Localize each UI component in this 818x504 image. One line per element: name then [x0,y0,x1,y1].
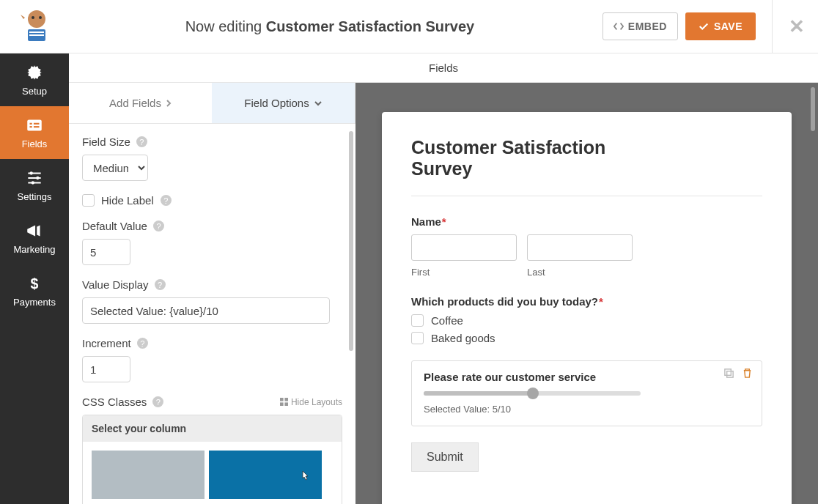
last-name-input[interactable] [527,234,633,261]
form-title: Customer Satisfaction Survey [411,137,616,179]
svg-point-11 [30,171,33,174]
column-option-2[interactable] [209,451,322,499]
increment-label: Increment? [82,337,342,349]
svg-rect-8 [30,126,32,127]
sidebar-item-setup[interactable]: Setup [0,53,69,106]
svg-rect-15 [280,398,284,401]
sidebar-item-payments[interactable]: $ Payments [0,264,69,317]
svg-rect-16 [284,398,288,401]
app-logo [16,6,57,47]
field-size-label: Field Size? [82,136,342,148]
css-classes-label: CSS Classes? [82,396,163,408]
sidebar: Setup Fields Settings Marketing $ Paymen… [0,53,69,504]
svg-rect-19 [725,368,731,374]
slider-thumb[interactable] [527,388,539,399]
sidebar-item-settings[interactable]: Settings [0,159,69,212]
duplicate-icon[interactable] [723,368,734,379]
help-icon[interactable]: ? [136,136,147,147]
svg-rect-10 [34,126,40,127]
code-icon [614,21,624,32]
slider-label: Please rate our customer service [424,371,750,383]
field-size-select[interactable]: Medium [82,155,148,181]
name-field-label: Name* [411,215,762,228]
svg-point-12 [36,177,39,179]
close-icon[interactable]: ✕ [789,15,805,38]
svg-rect-6 [27,119,42,130]
scrollbar[interactable] [349,131,353,351]
dollar-icon: $ [25,274,44,293]
first-sublabel: First [411,267,517,278]
slider-field[interactable]: Please rate our customer service Selecte… [411,360,762,426]
preview-panel: Customer Satisfaction Survey Name* First… [355,83,818,504]
help-icon[interactable]: ? [137,338,148,349]
column-selector-header: Select your column [83,415,342,442]
product-option-label: Baked goods [431,332,495,344]
svg-rect-18 [284,402,288,406]
sliders-icon [25,168,44,188]
help-icon[interactable]: ? [153,220,164,231]
cursor-icon [298,470,312,486]
default-value-label: Default Value? [82,220,342,232]
center-header: Fields [69,53,818,83]
svg-point-5 [39,16,42,19]
help-icon[interactable]: ? [155,279,166,290]
svg-text:$: $ [31,275,39,292]
product-option-label: Coffee [431,314,463,327]
svg-rect-20 [727,371,733,377]
form-icon [25,116,44,135]
hide-label-checkbox[interactable] [82,194,95,207]
sidebar-item-fields[interactable]: Fields [0,106,69,159]
svg-rect-9 [34,123,40,125]
svg-point-13 [32,181,34,184]
sidebar-item-marketing[interactable]: Marketing [0,212,69,264]
svg-rect-3 [29,34,44,36]
check-icon [699,21,709,32]
chevron-down-icon [314,100,323,106]
product-checkbox-coffee[interactable] [411,314,424,327]
hide-layouts-button[interactable]: Hide Layouts [280,397,342,407]
hide-label-text: Hide Label [101,194,154,207]
value-display-label: Value Display? [82,278,342,291]
options-panel: Add Fields Field Options Field Size? [69,83,355,504]
value-display-input[interactable] [82,297,330,324]
help-icon[interactable]: ? [152,396,163,407]
increment-input[interactable] [82,356,130,382]
tab-field-options[interactable]: Field Options [212,83,355,123]
svg-rect-2 [29,32,44,33]
column-option-1[interactable] [92,451,204,499]
svg-rect-7 [30,123,32,125]
chevron-right-icon [166,99,172,108]
product-checkbox-baked[interactable] [411,332,424,344]
first-name-input[interactable] [411,234,517,261]
page-title: Now editing Customer Satisfaction Survey [57,18,603,35]
scrollbar[interactable] [811,87,815,131]
trash-icon[interactable] [742,368,753,379]
slider-track[interactable] [424,391,641,396]
form-preview: Customer Satisfaction Survey Name* First… [382,112,792,504]
grid-icon [280,398,288,406]
products-label: Which products did you buy today?* [411,295,762,308]
save-button[interactable]: SAVE [685,12,756,40]
default-value-input[interactable] [82,239,130,265]
last-sublabel: Last [527,267,633,278]
tab-add-fields[interactable]: Add Fields [69,83,212,123]
embed-button[interactable]: EMBED [603,12,678,40]
svg-point-4 [32,16,34,19]
help-icon[interactable]: ? [161,195,172,206]
svg-point-0 [28,10,45,28]
megaphone-icon [25,221,44,240]
submit-button[interactable]: Submit [411,442,479,472]
slider-value-display: Selected Value: 5/10 [424,404,750,415]
svg-rect-17 [280,402,284,406]
gear-icon [25,63,44,82]
